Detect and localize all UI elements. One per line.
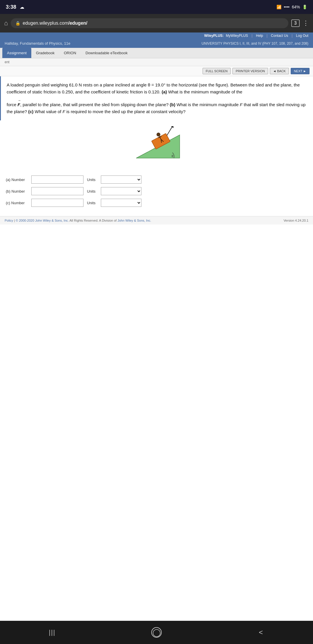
units-label-b: Units <box>87 189 99 193</box>
site-header: Halliday, Fundamentals of Physics, 11e U… <box>0 39 313 48</box>
full-screen-button[interactable]: FULL SCREEN <box>203 68 231 74</box>
wiley-brand: WileyPLUS: <box>204 34 224 38</box>
answer-label-a: (a) Number <box>6 178 29 182</box>
footer-right: Version 4.24.20.1 <box>283 219 308 222</box>
bottom-spacer <box>0 341 313 364</box>
next-button[interactable]: NEXT ► <box>291 68 310 74</box>
question-text-cont: force →F, parallel to the plane, that wi… <box>7 98 307 115</box>
force-vector: →F <box>18 98 20 108</box>
answer-section: (a) Number Units N kN lb (b) Number Unit… <box>0 173 313 216</box>
course-title: UNIVERSITY PHYSICS I, II, III, and IV (P… <box>202 41 308 46</box>
status-right-area: 📶 •••• 64% 🔋 <box>276 5 307 9</box>
url-text: edugen.wileyplus.com/edugen/ <box>23 21 87 26</box>
battery-level: 64% <box>292 5 300 9</box>
tab-orion[interactable]: ORION <box>59 48 81 58</box>
my-wiley-link[interactable]: MyWileyPLUS <box>226 34 248 38</box>
browser-bar: ⌂ 🔒 edugen.wileyplus.com/edugen/ 3 ⋮ <box>0 14 313 32</box>
company-link[interactable]: John Wiley & Sons, Inc. <box>117 219 151 222</box>
figure-area: F → θ <box>0 120 313 173</box>
question-body: A loaded penguin sled weighing 61.0 N re… <box>0 76 313 120</box>
part-c-label: (c) <box>28 109 33 114</box>
answer-label-b: (b) Number <box>6 189 29 193</box>
status-time: 3:38 <box>6 4 16 10</box>
answer-input-c[interactable] <box>31 199 83 207</box>
url-domain: edugen.wileyplus.com <box>23 21 68 26</box>
browser-menu-button[interactable]: ⋮ <box>303 19 309 27</box>
battery-icon: 🔋 <box>302 5 307 9</box>
sep2: | <box>267 34 267 38</box>
log-out-link[interactable]: Log Out <box>296 34 308 38</box>
version-text: Version 4.24.20.1 <box>283 219 308 222</box>
page-fill <box>0 225 313 341</box>
content-area: FULL SCREEN PRINTER VERSION ◄ BACK NEXT … <box>0 66 313 216</box>
breadcrumb-text: ent <box>5 60 10 64</box>
site-footer: Policy | © 2000-2020 John Wiley & Sons, … <box>0 216 313 225</box>
url-path: /edugen/ <box>68 21 88 26</box>
tab-downloadable-etextbook[interactable]: Downloadable eTextbook <box>81 48 132 58</box>
home-icon: ⌂ <box>4 19 8 27</box>
printer-version-button[interactable]: PRINTER VERSION <box>232 68 268 74</box>
answer-row-a: (a) Number Units N kN lb <box>6 176 307 184</box>
units-select-a[interactable]: N kN lb <box>101 176 141 184</box>
book-title: Halliday, Fundamentals of Physics, 11e <box>5 41 70 46</box>
url-bar[interactable]: 🔒 edugen.wileyplus.com/edugen/ <box>11 18 288 28</box>
answer-input-a[interactable] <box>31 176 83 184</box>
units-label-c: Units <box>87 201 99 205</box>
sep1: | <box>252 34 252 38</box>
tab-assignment[interactable]: Assignment <box>2 48 31 58</box>
question-text: A loaded penguin sled weighing 61.0 N re… <box>7 82 307 95</box>
lock-icon: 🔒 <box>15 21 20 26</box>
answer-label-c: (c) Number <box>6 201 29 205</box>
policy-link[interactable]: Policy <box>5 219 13 222</box>
units-select-c[interactable]: N kN lb <box>101 199 141 207</box>
inclined-plane-figure: F → θ <box>128 126 185 164</box>
answer-row-b: (b) Number Units N kN lb <box>6 187 307 195</box>
nav-tabs: Assignment Gradebook ORION Downloadable … <box>0 48 313 58</box>
tab-count-badge[interactable]: 3 <box>291 19 300 27</box>
wifi-icon: 📶 <box>276 5 281 9</box>
signal-bars-icon: •••• <box>284 5 290 9</box>
copyright-link[interactable]: © 2000-2020 John Wiley & Sons, Inc. <box>16 219 69 222</box>
answer-row-c: (c) Number Units N kN lb <box>6 199 307 207</box>
part-a-label: (a) <box>162 89 167 94</box>
units-label-a: Units <box>87 178 99 182</box>
tab-gradebook[interactable]: Gradebook <box>31 48 59 58</box>
footer-left: Policy | © 2000-2020 John Wiley & Sons, … <box>5 219 151 222</box>
contact-us-link[interactable]: Contact Us <box>271 34 288 38</box>
status-bar: 3:38 ☁ 📶 •••• 64% 🔋 <box>0 0 313 14</box>
answer-input-b[interactable] <box>31 187 83 195</box>
status-time-area: 3:38 ☁ <box>6 4 24 10</box>
footer-rights: All Rights Reserved. A Division of <box>70 219 117 222</box>
content-toolbar: FULL SCREEN PRINTER VERSION ◄ BACK NEXT … <box>0 66 313 76</box>
wiley-brand-label: WileyPLUS: MyWileyPLUS <box>204 34 248 38</box>
weather-icon: ☁ <box>20 5 24 10</box>
part-b-label: (b) <box>170 102 175 107</box>
back-button[interactable]: ◄ BACK <box>270 68 289 74</box>
breadcrumb: ent <box>0 58 313 66</box>
wiley-topbar: WileyPLUS: MyWileyPLUS | Help | Contact … <box>0 32 313 39</box>
units-select-b[interactable]: N kN lb <box>101 187 141 195</box>
help-link[interactable]: Help <box>256 34 263 38</box>
home-button[interactable]: ⌂ <box>4 19 8 27</box>
svg-text:θ: θ <box>172 155 173 158</box>
sep3: | <box>292 34 292 38</box>
